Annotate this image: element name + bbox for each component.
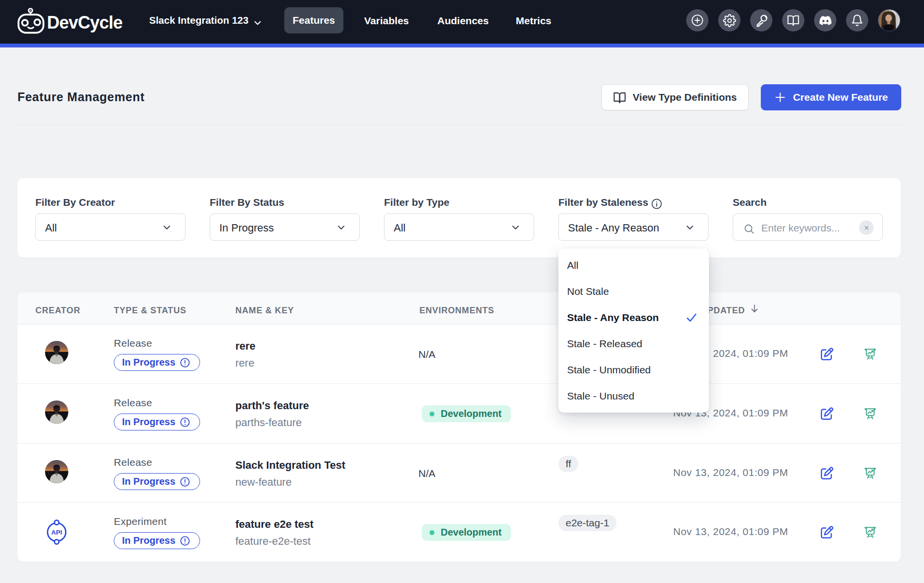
svg-text:API: API	[51, 529, 62, 536]
